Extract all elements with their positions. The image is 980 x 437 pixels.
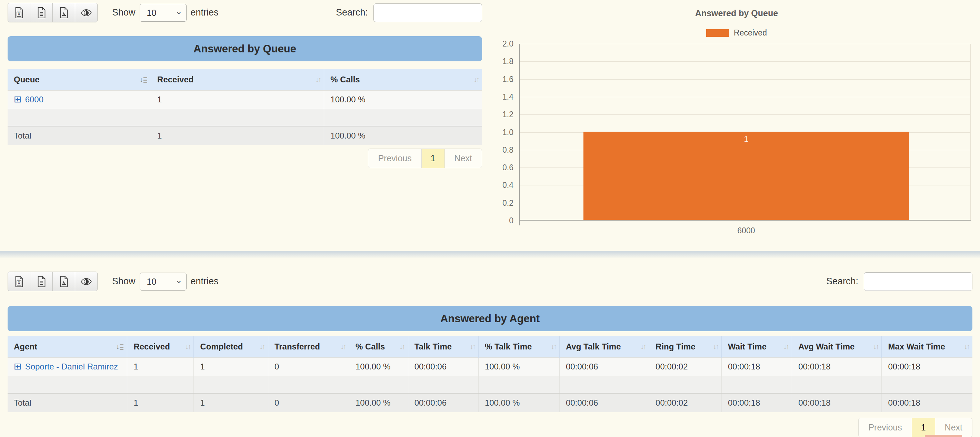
page-length-select-wrap: 10 ⌄	[140, 4, 186, 22]
queue-search-control: Search:	[336, 3, 482, 22]
page-length-select[interactable]: 10	[140, 273, 186, 291]
sort-icon[interactable]: ↓↑	[259, 343, 264, 351]
sort-icon[interactable]: ↓↑	[140, 75, 148, 84]
export-button-group: X	[8, 3, 98, 22]
sort-icon[interactable]: ↓↑	[116, 343, 124, 351]
sort-icon[interactable]: ↓↑	[185, 343, 190, 351]
sort-icon[interactable]: ↓↑	[399, 343, 404, 351]
excel-file-icon: X	[14, 276, 24, 288]
queue-table: Queue ↓↑ Received ↓↑ % Calls ↓↑ ⊞ 600	[8, 69, 482, 145]
received-cell: 1	[151, 91, 324, 109]
column-header-max-wait-time[interactable]: Max Wait Time↓↑	[882, 336, 972, 358]
next-button[interactable]: Next	[935, 418, 972, 437]
chart-legend[interactable]: Received	[493, 28, 980, 38]
agent-panel-header: Answered by Agent	[8, 306, 972, 331]
excel-file-icon: X	[14, 7, 24, 19]
pct-calls-cell: 100.00 %	[324, 91, 482, 109]
column-header-received[interactable]: Received ↓↑	[151, 69, 324, 91]
column-header-transferred[interactable]: Transferred↓↑	[268, 336, 349, 358]
transferred-cell: 0	[268, 358, 349, 377]
agent-table: Agent↓↑ Received↓↑ Completed↓↑ Transferr…	[8, 336, 972, 412]
sort-icon[interactable]: ↓↑	[315, 75, 320, 84]
column-header-avg-wait-time[interactable]: Avg Wait Time↓↑	[792, 336, 882, 358]
column-header-pct-calls[interactable]: % Calls ↓↑	[324, 69, 482, 91]
csv-export-button[interactable]	[30, 3, 53, 22]
column-header-queue[interactable]: Queue ↓↑	[8, 69, 151, 91]
print-view-button[interactable]	[75, 272, 98, 291]
pdf-export-button[interactable]	[52, 272, 75, 291]
previous-button[interactable]: Previous	[368, 149, 421, 168]
entries-label: entries	[191, 7, 219, 18]
column-header-pct-calls[interactable]: % Calls↓↑	[349, 336, 408, 358]
empty-row	[8, 109, 482, 126]
pdf-export-button[interactable]	[52, 3, 75, 22]
column-header-wait-time[interactable]: Wait Time↓↑	[721, 336, 792, 358]
next-section-edge	[925, 435, 962, 437]
avg-wait-time-cell: 00:00:18	[792, 358, 882, 377]
column-header-completed[interactable]: Completed↓↑	[194, 336, 268, 358]
search-label: Search:	[336, 7, 368, 18]
sort-icon[interactable]: ↓↑	[340, 343, 345, 351]
column-header-talk-time[interactable]: Talk Time↓↑	[408, 336, 478, 358]
print-view-button[interactable]	[75, 3, 98, 22]
queue-link[interactable]: ⊞ 6000	[14, 95, 43, 105]
bar-value-label: 1	[584, 135, 908, 144]
page-number-button[interactable]: 1	[422, 149, 445, 168]
avg-talk-time-cell: 00:00:06	[559, 358, 649, 377]
agent-toolbar: X Show 10	[8, 272, 972, 291]
sort-icon[interactable]: ↓↑	[473, 75, 479, 84]
column-header-received[interactable]: Received↓↑	[127, 336, 194, 358]
completed-cell: 1	[194, 358, 268, 377]
total-row: Total 1 1 0 100.00 % 00:00:06 100.00 % 0…	[8, 393, 972, 412]
column-header-agent[interactable]: Agent↓↑	[8, 336, 127, 358]
table-row: ⊞ 6000 1 100.00 %	[8, 91, 482, 109]
plot-right-border	[970, 44, 971, 221]
queue-table-header-row: Queue ↓↑ Received ↓↑ % Calls ↓↑	[8, 69, 482, 91]
svg-text:X: X	[18, 12, 20, 16]
bar-received[interactable]: 1	[584, 132, 908, 220]
previous-button[interactable]: Previous	[859, 418, 912, 437]
talk-time-cell: 00:00:06	[408, 358, 478, 377]
table-row: ⊞ Soporte - Daniel Ramirez 1 1 0 100.00 …	[8, 358, 972, 377]
queue-panel-title: Answered by Queue	[193, 43, 296, 55]
total-pct-calls: 100.00 %	[324, 126, 482, 145]
excel-export-button[interactable]: X	[8, 272, 30, 291]
pdf-file-icon	[59, 276, 68, 288]
sort-icon[interactable]: ↓↑	[783, 343, 788, 351]
csv-export-button[interactable]	[30, 272, 53, 291]
pdf-file-icon	[59, 7, 68, 19]
agent-link[interactable]: ⊞ Soporte - Daniel Ramirez	[14, 362, 118, 372]
x-axis	[519, 220, 971, 221]
sort-icon[interactable]: ↓↑	[551, 343, 556, 351]
sort-icon[interactable]: ↓↑	[713, 343, 718, 351]
pct-calls-cell: 100.00 %	[349, 358, 408, 377]
text-file-icon	[37, 276, 46, 288]
section-divider	[0, 251, 980, 259]
y-axis	[519, 44, 520, 226]
page-length-control: Show 10 ⌄ entries	[112, 273, 219, 291]
page-length-select-wrap: 10 ⌄	[140, 273, 186, 291]
excel-export-button[interactable]: X	[8, 3, 30, 22]
agent-cell: ⊞ Soporte - Daniel Ramirez	[8, 358, 127, 377]
legend-label: Received	[734, 28, 767, 38]
sort-icon[interactable]: ↓↑	[964, 343, 969, 351]
search-input[interactable]	[374, 3, 482, 22]
show-label: Show	[112, 7, 135, 18]
wait-time-cell: 00:00:18	[721, 358, 792, 377]
expand-plus-icon[interactable]: ⊞	[14, 362, 22, 371]
total-label: Total	[8, 393, 127, 412]
expand-plus-icon[interactable]: ⊞	[14, 95, 22, 104]
column-header-avg-talk-time[interactable]: Avg Talk Time↓↑	[559, 336, 649, 358]
page-number-button[interactable]: 1	[912, 418, 935, 437]
sort-icon[interactable]: ↓↑	[873, 343, 878, 351]
column-header-pct-talk-time[interactable]: % Talk Time↓↑	[478, 336, 559, 358]
page-length-select[interactable]: 10	[140, 4, 186, 22]
sort-icon[interactable]: ↓↑	[470, 343, 475, 351]
search-input[interactable]	[864, 272, 972, 291]
entries-label: entries	[191, 276, 219, 287]
sort-icon[interactable]: ↓↑	[640, 343, 646, 351]
next-button[interactable]: Next	[445, 149, 482, 168]
show-label: Show	[112, 276, 135, 287]
agent-table-header-row: Agent↓↑ Received↓↑ Completed↓↑ Transferr…	[8, 336, 972, 358]
column-header-ring-time[interactable]: Ring Time↓↑	[649, 336, 722, 358]
